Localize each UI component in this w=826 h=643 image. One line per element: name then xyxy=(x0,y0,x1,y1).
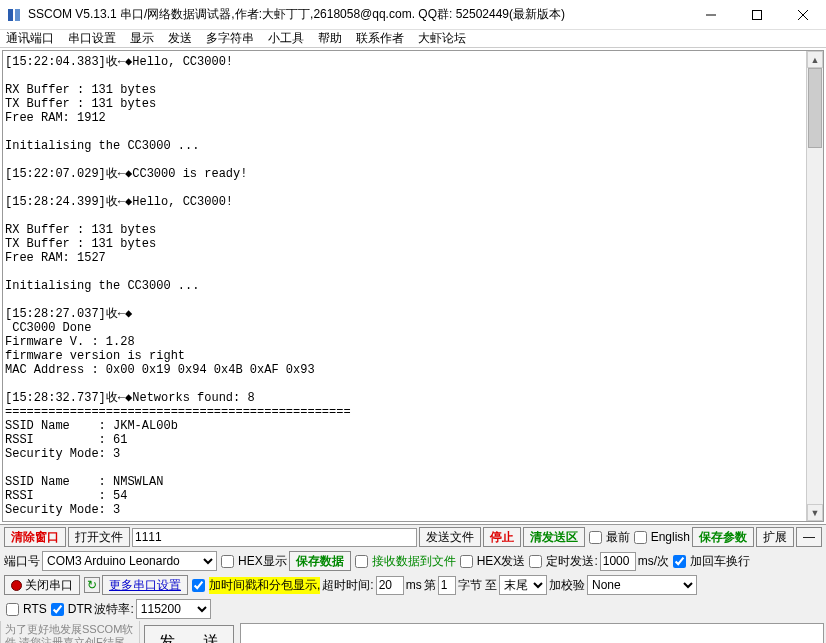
filename-input[interactable] xyxy=(132,528,417,547)
interval-unit-label: ms/次 xyxy=(638,553,669,570)
clear-send-button[interactable]: 清发送区 xyxy=(523,527,585,547)
menu-send[interactable]: 发送 xyxy=(168,30,192,47)
dtr-checkbox[interactable] xyxy=(51,603,64,616)
port-label: 端口号 xyxy=(4,553,40,570)
hex-send-label: HEX发送 xyxy=(477,553,526,570)
minimize-button[interactable] xyxy=(688,0,734,30)
menu-contact[interactable]: 联系作者 xyxy=(356,30,404,47)
close-port-button[interactable]: 关闭串口 xyxy=(4,575,80,595)
menu-bar: 通讯端口 串口设置 显示 发送 多字符串 小工具 帮助 联系作者 大虾论坛 xyxy=(0,30,826,48)
svg-rect-0 xyxy=(8,9,13,21)
save-data-button[interactable]: 保存数据 xyxy=(289,551,351,571)
byte-label-2: 字节 至 xyxy=(458,577,497,594)
timed-send-label: 定时发送: xyxy=(546,553,597,570)
open-file-button[interactable]: 打开文件 xyxy=(68,527,130,547)
rts-checkbox[interactable] xyxy=(6,603,19,616)
scroll-down-button[interactable]: ▼ xyxy=(807,504,823,521)
byte-no-input[interactable] xyxy=(438,576,456,595)
menu-tools[interactable]: 小工具 xyxy=(268,30,304,47)
timestamp-checkbox[interactable] xyxy=(192,579,205,592)
menu-serial-settings[interactable]: 串口设置 xyxy=(68,30,116,47)
send-input[interactable] xyxy=(240,623,824,643)
tail-select[interactable]: 末尾 xyxy=(499,575,547,595)
dtr-label: DTR xyxy=(68,602,93,616)
scrollbar[interactable]: ▲ ▼ xyxy=(806,51,823,521)
save-params-button[interactable]: 保存参数 xyxy=(692,527,754,547)
crlf-label: 加回车换行 xyxy=(690,553,750,570)
menu-forum[interactable]: 大虾论坛 xyxy=(418,30,466,47)
refresh-icon[interactable]: ↻ xyxy=(84,577,100,593)
timeout-label: 超时时间: xyxy=(322,577,373,594)
hex-show-label: HEX显示 xyxy=(238,553,287,570)
clear-window-button[interactable]: 清除窗口 xyxy=(4,527,66,547)
baud-select[interactable]: 115200 xyxy=(136,599,211,619)
send-button[interactable]: 发 送 xyxy=(144,625,234,643)
svg-rect-3 xyxy=(753,10,762,19)
terminal-output[interactable]: [15:22:04.383]收←◆Hello, CC3000! RX Buffe… xyxy=(3,51,806,521)
baud-label: 波特率: xyxy=(94,601,133,618)
recv-to-file-label: 接收数据到文件 xyxy=(372,553,456,570)
english-checkbox[interactable] xyxy=(634,531,647,544)
recv-to-file-checkbox[interactable] xyxy=(355,555,368,568)
port-led-icon xyxy=(11,580,22,591)
timestamp-label: 加时间戳和分包显示, xyxy=(209,577,320,594)
hex-show-checkbox[interactable] xyxy=(221,555,234,568)
topmost-checkbox[interactable] xyxy=(589,531,602,544)
expand-button[interactable]: 扩展 xyxy=(756,527,794,547)
app-icon xyxy=(6,7,22,23)
timeout-input[interactable] xyxy=(376,576,404,595)
maximize-button[interactable] xyxy=(734,0,780,30)
crlf-checkbox[interactable] xyxy=(673,555,686,568)
menu-help[interactable]: 帮助 xyxy=(318,30,342,47)
collapse-button[interactable]: — xyxy=(796,527,822,547)
hint-text: 为了更好地发展SSCOM软件 请您注册嘉立创F结尾客户 xyxy=(0,621,140,643)
menu-display[interactable]: 显示 xyxy=(130,30,154,47)
window-title: SSCOM V5.13.1 串口/网络数据调试器,作者:大虾丁丁,2618058… xyxy=(28,6,688,23)
interval-input[interactable] xyxy=(600,552,636,571)
byte-label-1: 第 xyxy=(424,577,436,594)
scroll-thumb[interactable] xyxy=(808,68,822,148)
topmost-label: 最前 xyxy=(606,529,630,546)
close-button[interactable] xyxy=(780,0,826,30)
checksum-select[interactable]: None xyxy=(587,575,697,595)
rts-label: RTS xyxy=(23,602,47,616)
menu-multistring[interactable]: 多字符串 xyxy=(206,30,254,47)
stop-button[interactable]: 停止 xyxy=(483,527,521,547)
timed-send-checkbox[interactable] xyxy=(529,555,542,568)
menu-port[interactable]: 通讯端口 xyxy=(6,30,54,47)
more-settings-button[interactable]: 更多串口设置 xyxy=(102,575,188,595)
svg-rect-1 xyxy=(15,9,20,21)
scroll-up-button[interactable]: ▲ xyxy=(807,51,823,68)
port-select[interactable]: COM3 Arduino Leonardo xyxy=(42,551,217,571)
timeout-unit-label: ms xyxy=(406,578,422,592)
send-file-button[interactable]: 发送文件 xyxy=(419,527,481,547)
hex-send-checkbox[interactable] xyxy=(460,555,473,568)
english-label: English xyxy=(651,530,690,544)
checksum-label: 加校验 xyxy=(549,577,585,594)
